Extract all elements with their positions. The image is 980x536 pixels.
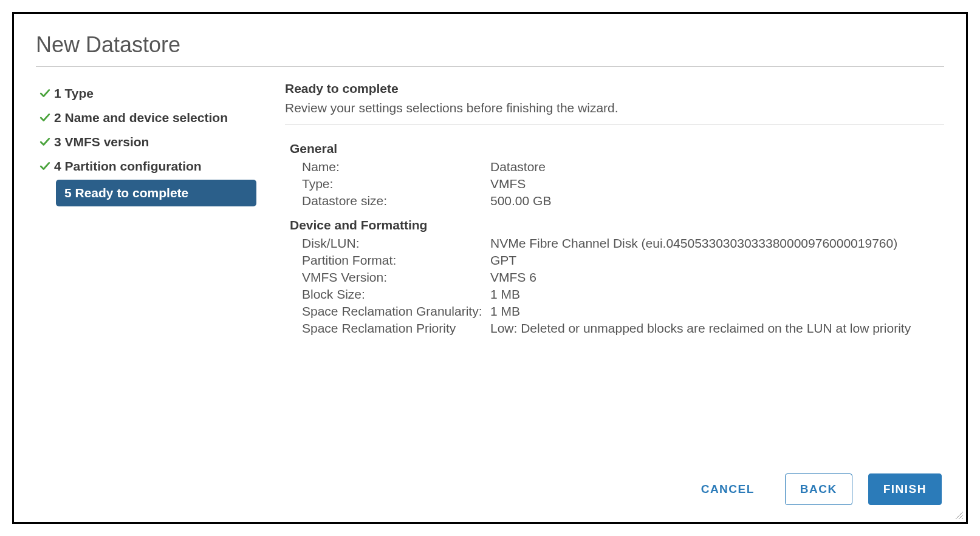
step-label: 3 VMFS version [54, 135, 149, 149]
content-heading: Ready to complete [285, 81, 944, 96]
row-reclamation-granularity: Space Reclamation Granularity: 1 MB [302, 304, 944, 319]
value-partition-format: GPT [490, 253, 944, 268]
back-button[interactable]: BACK [785, 473, 852, 505]
label-size: Datastore size: [302, 194, 490, 208]
new-datastore-dialog: New Datastore 1 Type 2 Name and device s… [12, 12, 968, 524]
content-separator [285, 124, 944, 124]
row-reclamation-priority: Space Reclamation Priority Low: Deleted … [302, 321, 944, 336]
label-vmfs-version: VMFS Version: [302, 270, 490, 285]
step-label: 1 Type [54, 86, 94, 101]
check-icon [36, 112, 54, 123]
step-label: 2 Name and device selection [54, 110, 228, 125]
title-separator [36, 66, 944, 67]
label-reclamation-granularity: Space Reclamation Granularity: [302, 304, 490, 319]
row-partition-format: Partition Format: GPT [302, 253, 944, 268]
step-5-ready-to-complete[interactable]: 5 Ready to complete [56, 180, 256, 206]
step-2-name-device[interactable]: 2 Name and device selection [36, 107, 267, 129]
value-block-size: 1 MB [490, 287, 944, 302]
wizard-steps: 1 Type 2 Name and device selection 3 VMF… [36, 78, 267, 463]
check-icon [36, 88, 54, 99]
content-subheading: Review your settings selections before f… [285, 101, 944, 115]
section-device-title: Device and Formatting [290, 218, 944, 232]
resize-handle-icon[interactable] [954, 510, 964, 520]
value-reclamation-granularity: 1 MB [490, 304, 944, 319]
label-disk: Disk/LUN: [302, 236, 490, 251]
step-1-type[interactable]: 1 Type [36, 83, 267, 104]
label-reclamation-priority: Space Reclamation Priority [302, 321, 490, 336]
step-label: 5 Ready to complete [64, 186, 188, 200]
value-name: Datastore [490, 160, 944, 174]
value-vmfs-version: VMFS 6 [490, 270, 944, 285]
row-vmfs-version: VMFS Version: VMFS 6 [302, 270, 944, 285]
svg-line-2 [962, 518, 963, 519]
value-size: 500.00 GB [490, 194, 944, 208]
section-general-title: General [290, 141, 944, 156]
dialog-title: New Datastore [36, 32, 944, 58]
finish-button[interactable]: FINISH [868, 473, 942, 505]
label-block-size: Block Size: [302, 287, 490, 302]
value-disk: NVMe Fibre Channel Disk (eui.04505330303… [490, 236, 944, 251]
row-block-size: Block Size: 1 MB [302, 287, 944, 302]
step-4-partition-config[interactable]: 4 Partition configuration [36, 155, 267, 177]
row-size: Datastore size: 500.00 GB [302, 194, 944, 208]
dialog-footer: CANCEL BACK FINISH [36, 463, 944, 507]
step-label: 4 Partition configuration [54, 159, 202, 174]
label-name: Name: [302, 160, 490, 174]
wizard-content: Ready to complete Review your settings s… [267, 78, 944, 463]
row-name: Name: Datastore [302, 160, 944, 174]
svg-line-0 [956, 512, 963, 519]
check-icon [36, 137, 54, 148]
value-reclamation-priority: Low: Deleted or unmapped blocks are recl… [490, 321, 944, 336]
cancel-button[interactable]: CANCEL [687, 474, 769, 504]
value-type: VMFS [490, 177, 944, 191]
label-type: Type: [302, 177, 490, 191]
check-icon [36, 161, 54, 172]
row-type: Type: VMFS [302, 177, 944, 191]
label-partition-format: Partition Format: [302, 253, 490, 268]
row-disk: Disk/LUN: NVMe Fibre Channel Disk (eui.0… [302, 236, 944, 251]
step-3-vmfs-version[interactable]: 3 VMFS version [36, 131, 267, 153]
